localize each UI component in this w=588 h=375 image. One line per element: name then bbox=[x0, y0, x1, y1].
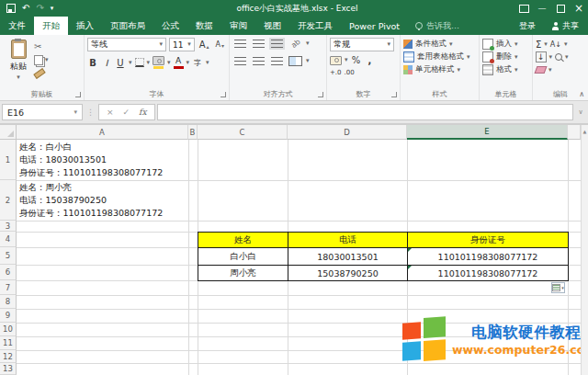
insert-function-icon[interactable]: fx bbox=[139, 108, 146, 117]
table-header-phone[interactable]: 电话 bbox=[288, 233, 408, 248]
minimize-icon[interactable]: — bbox=[533, 0, 551, 17]
ribbon-display-options-icon[interactable] bbox=[514, 0, 533, 17]
find-select-icon[interactable] bbox=[555, 53, 562, 61]
vertical-scrollbar[interactable]: ▲ bbox=[581, 125, 588, 375]
tab-formulas[interactable]: 公式 bbox=[153, 17, 187, 35]
top-align-icon[interactable] bbox=[232, 38, 248, 50]
number-dialog-launcher-icon[interactable] bbox=[391, 92, 397, 97]
scroll-up-icon[interactable]: ▲ bbox=[582, 129, 588, 134]
tab-view[interactable]: 视图 bbox=[255, 17, 289, 35]
find-dropdown-icon[interactable]: ▾ bbox=[565, 54, 569, 61]
percent-style-icon[interactable]: % bbox=[351, 55, 362, 65]
cell-d6[interactable]: 15038790250 bbox=[288, 266, 408, 281]
alignment-dialog-launcher-icon[interactable] bbox=[318, 92, 323, 97]
row-header-1[interactable]: 1 bbox=[0, 140, 17, 180]
increase-decimal-icon[interactable]: +.0 bbox=[330, 69, 342, 76]
sort-filter-dropdown-icon[interactable]: ▾ bbox=[564, 41, 568, 48]
cell-c6[interactable]: 周小亮 bbox=[198, 266, 288, 281]
save-icon[interactable] bbox=[6, 4, 16, 13]
merge-dropdown-icon[interactable]: ▾ bbox=[306, 58, 310, 64]
decrease-font-size-icon[interactable]: A▾ bbox=[214, 40, 227, 50]
font-color-icon[interactable]: A bbox=[174, 57, 184, 69]
number-format-combo[interactable]: 常规 ▾ bbox=[330, 38, 394, 51]
column-header-d[interactable]: D bbox=[288, 125, 407, 140]
fill-down-icon[interactable]: ↓ bbox=[536, 51, 547, 62]
cell-styles-button[interactable]: 单元格样式 ▾ bbox=[403, 63, 476, 76]
phonetic-guide-icon[interactable]: 字 bbox=[192, 58, 203, 68]
tab-power-pivot[interactable]: Power Pivot bbox=[341, 17, 408, 35]
copy-icon[interactable]: ▾ bbox=[34, 54, 49, 65]
row-header-5[interactable]: 5 bbox=[0, 247, 17, 265]
delete-cells-button[interactable]: 删除 ▾ bbox=[482, 51, 529, 63]
cell-c5[interactable]: 白小白 bbox=[198, 248, 288, 266]
borders-icon[interactable] bbox=[135, 58, 144, 67]
share-button[interactable]: 共享 bbox=[543, 17, 588, 35]
fill-dropdown-icon[interactable]: ▾ bbox=[549, 54, 553, 61]
font-size-combo[interactable]: 11 ▾ bbox=[169, 38, 195, 51]
customize-qat-icon[interactable]: ▾ bbox=[51, 6, 54, 12]
align-left-icon[interactable] bbox=[232, 55, 248, 67]
name-box-dropdown-icon[interactable]: ▾ bbox=[74, 108, 77, 116]
worksheet[interactable]: A B C D E 1 2 3 4 5 6 7 8 9 10 11 12 13 bbox=[0, 125, 588, 375]
cell-a2[interactable]: 姓名：周小亮 电话：15038790250 身份证号：1101011983080… bbox=[19, 181, 163, 220]
font-color-dropdown-icon[interactable]: ▾ bbox=[187, 60, 190, 66]
middle-align-icon[interactable] bbox=[251, 38, 266, 50]
orientation-icon[interactable]: ab bbox=[288, 38, 303, 50]
bottom-align-icon[interactable] bbox=[269, 38, 285, 50]
select-all-corner[interactable] bbox=[0, 125, 17, 140]
font-name-combo[interactable]: 等线 ▾ bbox=[87, 38, 166, 51]
cell-d5[interactable]: 18030013501 bbox=[288, 248, 408, 266]
align-right-icon[interactable] bbox=[269, 55, 285, 67]
clear-dropdown-icon[interactable]: ▾ bbox=[548, 67, 552, 74]
borders-dropdown-icon[interactable]: ▾ bbox=[147, 60, 151, 66]
column-header-b[interactable]: B bbox=[188, 125, 198, 140]
cut-icon[interactable]: ✂ bbox=[34, 40, 49, 51]
tab-file[interactable]: 文件 bbox=[0, 17, 34, 35]
sort-filter-icon[interactable]: A↓ bbox=[550, 40, 561, 49]
paste-button[interactable]: 粘贴 ▾ bbox=[3, 38, 34, 81]
increase-font-size-icon[interactable]: A▴ bbox=[198, 39, 211, 51]
decrease-decimal-icon[interactable]: .00 bbox=[345, 69, 355, 76]
expand-formula-bar-icon[interactable]: ∨ bbox=[573, 108, 588, 116]
fill-color-icon[interactable] bbox=[153, 56, 164, 69]
maximize-icon[interactable] bbox=[551, 0, 570, 17]
orientation-dropdown-icon[interactable]: ▾ bbox=[306, 40, 310, 47]
column-header-c[interactable]: C bbox=[198, 125, 288, 140]
confirm-entry-icon[interactable]: ✓ bbox=[123, 108, 130, 117]
bold-icon[interactable]: B bbox=[87, 58, 98, 68]
accounting-format-icon[interactable] bbox=[330, 56, 342, 65]
sign-in-button[interactable]: 登录 bbox=[512, 17, 543, 35]
comma-style-icon[interactable]: , bbox=[365, 55, 376, 65]
row-header-4[interactable]: 4 bbox=[0, 232, 17, 247]
collapse-ribbon-icon[interactable]: ∧ bbox=[579, 90, 584, 98]
insert-cells-button[interactable]: 插入 ▾ bbox=[482, 38, 529, 51]
undo-icon[interactable]: ↶ bbox=[22, 4, 29, 13]
table-header-name[interactable]: 姓名 bbox=[198, 233, 288, 248]
table-header-id[interactable]: 身份证号 bbox=[408, 233, 569, 248]
accounting-dropdown-icon[interactable]: ▾ bbox=[345, 57, 348, 63]
underline-dropdown-icon[interactable]: ▾ bbox=[129, 60, 132, 66]
row-header-6[interactable]: 6 bbox=[0, 265, 17, 280]
autosum-dropdown-icon[interactable]: ▾ bbox=[544, 41, 548, 48]
row-header-10[interactable]: 10 bbox=[0, 323, 17, 336]
underline-icon[interactable]: U bbox=[115, 58, 126, 68]
column-header-a[interactable]: A bbox=[17, 125, 188, 140]
fill-color-dropdown-icon[interactable]: ▾ bbox=[167, 60, 171, 66]
tab-data[interactable]: 数据 bbox=[187, 17, 221, 35]
row-header-9[interactable]: 9 bbox=[0, 309, 17, 323]
tell-me-box[interactable]: 告诉我… bbox=[408, 17, 467, 35]
phonetic-dropdown-icon[interactable]: ▾ bbox=[206, 60, 209, 66]
cell-a1[interactable]: 姓名：白小白 电话：18030013501 身份证号：1101011983080… bbox=[19, 141, 163, 179]
autosum-icon[interactable]: Σ bbox=[536, 40, 541, 50]
row-header-3[interactable]: 3 bbox=[0, 221, 17, 232]
center-icon[interactable] bbox=[251, 55, 266, 67]
row-header-13[interactable]: 13 bbox=[0, 363, 17, 375]
conditional-formatting-button[interactable]: 条件格式 ▾ bbox=[403, 38, 476, 51]
cell-e5[interactable]: 110101198308077172 bbox=[408, 248, 569, 266]
clear-icon[interactable] bbox=[535, 66, 548, 74]
row-header-2[interactable]: 2 bbox=[0, 180, 17, 221]
italic-icon[interactable]: I bbox=[101, 58, 112, 68]
tab-insert[interactable]: 插入 bbox=[68, 17, 102, 35]
tab-review[interactable]: 审阅 bbox=[221, 17, 255, 35]
row-header-11[interactable]: 11 bbox=[0, 336, 17, 350]
